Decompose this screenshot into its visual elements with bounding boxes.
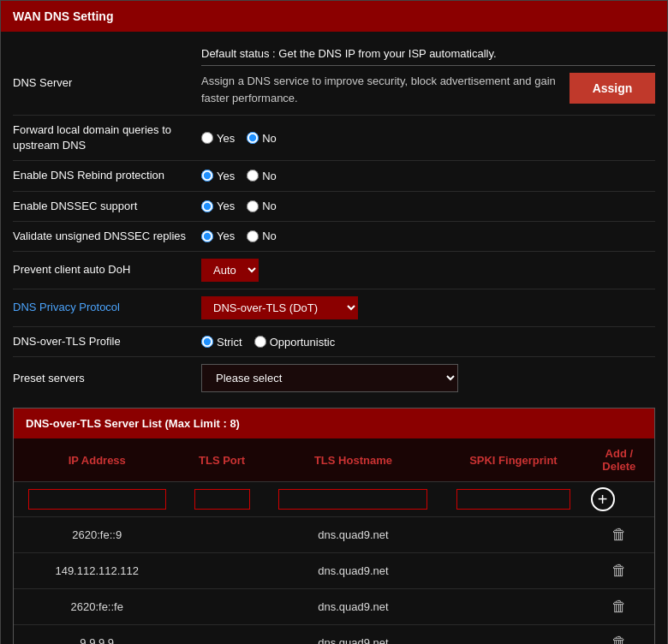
dnssec-label: Enable DNSSEC support [13,199,201,214]
col-header-port: TLS Port [180,438,263,482]
forward-local-no-radio[interactable] [247,132,259,144]
trash-icon-1: 🗑 [611,526,627,544]
server-input-row: + [14,482,654,517]
dns-rebind-yes-radio[interactable] [201,170,213,182]
cell-hostname-1: dns.quad9.net [264,517,443,553]
input-ip[interactable] [28,489,166,510]
dnssec-control: Yes No [201,200,655,212]
table-header-row: IP Address TLS Port TLS Hostname SPKI Fi… [14,438,654,482]
table-row: 2620:fe::fe dns.quad9.net 🗑 [14,589,654,625]
validate-yes-radio[interactable] [201,230,213,242]
table-row: 9.9.9.9 dns.quad9.net 🗑 [14,625,654,644]
delete-button-3[interactable]: 🗑 [611,598,627,616]
assign-button[interactable]: Assign [570,73,655,104]
col-header-ip: IP Address [14,438,180,482]
plus-icon: + [591,487,615,511]
dns-rebind-label: Enable DNS Rebind protection [13,168,201,183]
cell-ip-1: 2620:fe::9 [14,517,180,553]
dns-server-row: DNS Server Assign a DNS service to impro… [13,73,655,106]
validate-no[interactable]: No [247,230,277,242]
col-header-hostname: TLS Hostname [264,438,443,482]
cell-spki-3 [443,589,584,625]
setting-row-forward-local: Forward local domain queries to upstream… [13,115,655,160]
delete-button-1[interactable]: 🗑 [611,526,627,544]
cell-ip-4: 9.9.9.9 [14,625,180,644]
trash-icon-2: 🗑 [611,562,627,580]
setting-row-dns-rebind: Enable DNS Rebind protection Yes No [13,160,655,190]
preset-servers-select[interactable]: Please select [201,364,458,392]
input-port[interactable] [194,489,250,510]
input-cell-port [180,482,263,517]
server-table: IP Address TLS Port TLS Hostname SPKI Fi… [14,438,654,644]
setting-row-prevent-doh: Prevent client auto DoH Auto On Off [13,251,655,289]
delete-cell-1: 🗑 [584,517,654,553]
default-status: Default status : Get the DNS IP from you… [201,40,655,66]
dns-server-description: Assign a DNS service to improve security… [201,73,561,106]
cell-hostname-3: dns.quad9.net [264,589,443,625]
input-cell-spki [443,482,584,517]
dnssec-yes-radio[interactable] [201,200,213,212]
table-row: 149.112.112.112 dns.quad9.net 🗑 [14,553,654,589]
setting-row-dot-profile: DNS-over-TLS Profile Strict Opportunisti… [13,326,655,356]
validate-unsigned-label: Validate unsigned DNSSEC replies [13,229,201,244]
cell-ip-3: 2620:fe::fe [14,589,180,625]
dns-rebind-yes[interactable]: Yes [201,170,235,182]
trash-icon-4: 🗑 [611,634,627,644]
dns-privacy-control: DNS-over-TLS (DoT) DNS-over-HTTPS (DoH) … [201,296,655,319]
cell-hostname-4: dns.quad9.net [264,625,443,644]
trash-icon-3: 🗑 [611,598,627,616]
cell-ip-2: 149.112.112.112 [14,553,180,589]
add-server-button[interactable]: + [591,487,615,511]
add-button-cell: + [584,482,654,517]
dot-strict[interactable]: Strict [201,336,242,349]
prevent-doh-control: Auto On Off [201,259,655,282]
input-spki[interactable] [456,489,571,510]
cell-port-4 [180,625,263,644]
dot-opportunistic-radio[interactable] [254,336,266,348]
validate-unsigned-control: Yes No [201,230,655,242]
dot-profile-label: DNS-over-TLS Profile [13,334,201,349]
dnssec-no[interactable]: No [247,200,277,212]
forward-local-yes[interactable]: Yes [201,132,235,145]
validate-no-radio[interactable] [247,230,259,242]
input-cell-ip [14,482,180,517]
cell-hostname-2: dns.quad9.net [264,553,443,589]
forward-local-control: Yes No [201,132,655,145]
dns-server-content: Assign a DNS service to improve security… [201,73,655,106]
cell-spki-2 [443,553,584,589]
input-hostname[interactable] [278,489,427,510]
preset-servers-label: Preset servers [13,371,201,386]
col-header-add-delete: Add /Delete [584,438,654,482]
cell-port-3 [180,589,263,625]
preset-servers-control: Please select [201,364,655,392]
cell-spki-4 [443,625,584,644]
validate-yes[interactable]: Yes [201,230,235,242]
server-list-panel: DNS-over-TLS Server List (Max Limit : 8)… [13,408,655,644]
prevent-doh-select[interactable]: Auto On Off [201,259,259,282]
wan-dns-panel: WAN DNS Setting Default status : Get the… [0,0,668,644]
dns-rebind-no-radio[interactable] [247,170,259,182]
forward-local-no[interactable]: No [247,132,277,145]
forward-local-label: Forward local domain queries to upstream… [13,122,201,153]
setting-row-preset-servers: Preset servers Please select [13,356,655,399]
dns-rebind-no[interactable]: No [247,170,277,182]
dot-profile-control: Strict Opportunistic [201,336,655,349]
forward-local-yes-radio[interactable] [201,132,213,144]
setting-row-dns-privacy: DNS Privacy Protocol DNS-over-TLS (DoT) … [13,289,655,326]
delete-button-4[interactable]: 🗑 [611,634,627,644]
table-row: 2620:fe::9 dns.quad9.net 🗑 [14,517,654,553]
setting-row-dnssec: Enable DNSSEC support Yes No [13,191,655,221]
dot-strict-radio[interactable] [201,336,213,348]
dnssec-no-radio[interactable] [247,200,259,212]
server-list-title: DNS-over-TLS Server List (Max Limit : 8) [14,408,654,438]
setting-row-validate-unsigned: Validate unsigned DNSSEC replies Yes No [13,221,655,251]
dnssec-yes[interactable]: Yes [201,200,235,212]
delete-cell-2: 🗑 [584,553,654,589]
dot-opportunistic[interactable]: Opportunistic [254,336,336,349]
delete-button-2[interactable]: 🗑 [611,562,627,580]
dns-privacy-select[interactable]: DNS-over-TLS (DoT) DNS-over-HTTPS (DoH) … [201,296,358,319]
dns-server-label: DNS Server [13,73,201,89]
delete-cell-3: 🗑 [584,589,654,625]
cell-port-1 [180,517,263,553]
dns-rebind-control: Yes No [201,170,655,182]
